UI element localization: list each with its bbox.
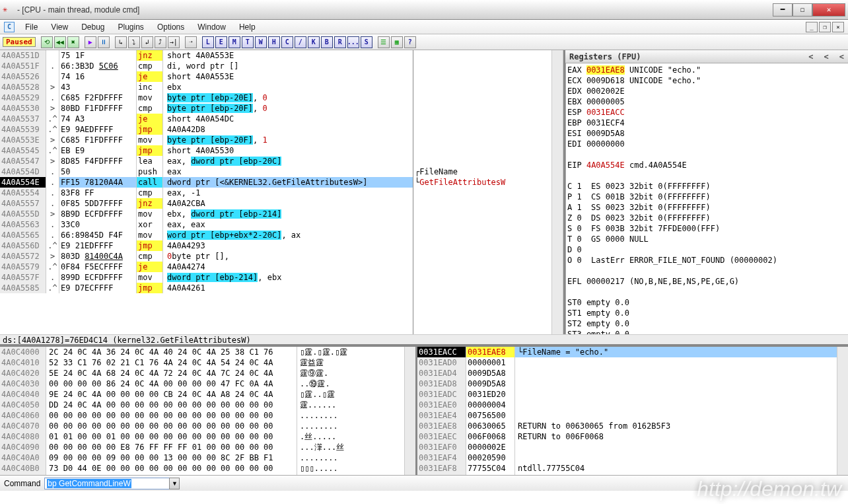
execute-till-return[interactable]: →|	[168, 36, 180, 48]
disasm-row[interactable]: 4A0A551D75 1Fjnzshort 4A0A553E	[0, 50, 413, 61]
step-over-button[interactable]: ⤵	[128, 36, 140, 48]
disasm-row[interactable]: 4A0A555D>8B9D ECFDFFFFmovebx, dword ptr …	[0, 209, 413, 219]
disasm-row[interactable]: 4A0A553E>C685 F1FDFFFFmovbyte ptr [ebp-2…	[0, 135, 413, 145]
command-dropdown[interactable]: ▼	[169, 478, 180, 489]
disasm-row[interactable]: 4A0A5530>80BD F1FDFFFFcmpbyte ptr [ebp-2…	[0, 103, 413, 114]
register-line[interactable]: EIP 4A0A554E cmd.4A0A554E	[567, 160, 847, 170]
mdi-restore[interactable]: ❐	[819, 22, 831, 32]
stack-row[interactable]: 0031EAEC006F0068RETURN to 006F0068	[417, 431, 837, 442]
registers-body[interactable]: EAX 0031EAE8 UNICODE "echo."ECX 0009D618…	[565, 63, 848, 334]
disasm-row[interactable]: 4A0A5572>803D 81400C4Acmp0byte ptr [],	[0, 251, 413, 262]
register-line[interactable]: C 1 ES 0023 32bit 0(FFFFFFFF)	[567, 181, 847, 192]
register-line[interactable]: EDI 00000000	[567, 139, 847, 149]
disasm-row[interactable]: 4A0A5554.83F8 FFcmpeax, -1	[0, 188, 413, 198]
mdi-minimize[interactable]: _	[806, 22, 818, 32]
disasm-row[interactable]: 4A0A5547>8D85 F4FDFFFFleaeax, dword ptr …	[0, 156, 413, 166]
toolbar-letter-/[interactable]: /	[295, 36, 306, 48]
help-button[interactable]: ?	[404, 36, 416, 48]
menu-file[interactable]: File	[18, 21, 44, 33]
toolbar-letter-M[interactable]: M	[229, 36, 240, 48]
hex-row[interactable]: 4A0C40002C 24 0C 4A 36 24 0C 4A 40 24 0C…	[0, 347, 404, 357]
register-line[interactable]: ST0 empty 0.0	[567, 297, 847, 308]
register-line[interactable]: Z 0 DS 0023 32bit 0(FFFFFFFF)	[567, 213, 847, 223]
maximize-button[interactable]: ☐	[793, 3, 812, 17]
disasm-row[interactable]: 4A0A5545.^EB E9jmpshort 4A0A5530	[0, 145, 413, 156]
stack-row[interactable]: 0031EACC0031EAE8└FileName = "echo."	[417, 347, 837, 357]
register-line[interactable]: EBP 0031ECF4	[567, 118, 847, 128]
hex-row[interactable]: 4A0C40B073 D0 44 0E 00 00 00 00 00 00 00…	[0, 463, 404, 474]
toolbar-letter-S[interactable]: S	[361, 36, 372, 48]
menu-view[interactable]: View	[44, 21, 75, 33]
stack-row[interactable]: 0031EAF00000002E	[417, 442, 837, 452]
menu-window[interactable]: Window	[191, 21, 232, 33]
menu-options[interactable]: Options	[151, 21, 191, 33]
step-into-button[interactable]: ↳	[115, 36, 127, 48]
register-line[interactable]: P 1 CS 001B 32bit 0(FFFFFFFF)	[567, 192, 847, 202]
toolbar-letter-E[interactable]: E	[215, 36, 227, 48]
stack-row[interactable]: 0031EAE800630065RETURN to 00630065 from …	[417, 421, 837, 431]
toolbar-letter-B[interactable]: B	[321, 36, 333, 48]
registers-title[interactable]: Registers (FPU) <<<	[565, 50, 848, 63]
cpu-icon[interactable]: C	[4, 22, 15, 32]
toolbar-letter-L[interactable]: L	[202, 36, 214, 48]
grid-button-2[interactable]: ▦	[391, 36, 403, 48]
disassembly-listing[interactable]: 4A0A551D75 1Fjnzshort 4A0A553E4A0A551F.6…	[0, 50, 563, 334]
stack-row[interactable]: 0031EAD80009D5A8	[417, 378, 837, 389]
register-line[interactable]	[567, 170, 847, 181]
disasm-row[interactable]: 4A0A5579.^0F84 F5ECFFFFje4A0A4274	[0, 262, 413, 272]
toolbar-letter-H[interactable]: H	[268, 36, 280, 48]
hex-row[interactable]: 4A0C409000 00 00 00 00 E8 76 FF FF FF 01…	[0, 442, 404, 452]
stack-row[interactable]: 0031EADC0031ED20	[417, 389, 837, 400]
hex-row[interactable]: 4A0C40409E 24 0C 4A 00 00 00 00 CB 24 0C…	[0, 389, 404, 400]
register-line[interactable]: EAX 0031EAE8 UNICODE "echo."	[567, 65, 847, 75]
register-line[interactable]: ST2 empty 0.0	[567, 318, 847, 329]
disasm-row[interactable]: 4A0A5529.C685 F2FDFFFFmovbyte ptr [ebp-2…	[0, 92, 413, 103]
hex-row[interactable]: 4A0C407000 00 00 00 00 00 00 00 00 00 00…	[0, 421, 404, 431]
toolbar-letter-T[interactable]: T	[242, 36, 254, 48]
stack-row[interactable]: 0031EAE000000004	[417, 400, 837, 410]
chevron-left-icon[interactable]: <	[839, 52, 844, 61]
stack-row[interactable]: 0031EAD000000001	[417, 357, 837, 368]
menu-debug[interactable]: Debug	[75, 21, 111, 33]
register-line[interactable]: ST1 empty 0.0	[567, 308, 847, 318]
disasm-row[interactable]: 4A0A5537.^74 A3jeshort 4A0A54DC	[0, 114, 413, 124]
disasm-row[interactable]: 4A0A5557.0F85 5DD7FFFFjnz4A0A2CBA	[0, 198, 413, 209]
hex-row[interactable]: 4A0C40A009 00 00 00 09 00 00 00 13 00 00…	[0, 452, 404, 463]
register-line[interactable]: D 0	[567, 244, 847, 255]
stop-button[interactable]: ✖	[67, 36, 79, 48]
disasm-row[interactable]: 4A0A552674 16jeshort 4A0A553E	[0, 71, 413, 82]
stack-pane[interactable]: 0031EACC0031EAE8└FileName = "echo."0031E…	[417, 347, 848, 485]
stack-scrollbar[interactable]	[837, 347, 848, 485]
register-line[interactable]: ESP 0031EACC	[567, 107, 847, 118]
disasm-row[interactable]: 4A0A5539.^E9 9AEDFFFFjmp4A0A42D8	[0, 124, 413, 135]
rewind-button[interactable]: ◀◀	[54, 36, 66, 48]
hex-row[interactable]: 4A0C408001 01 00 00 01 00 00 00 00 00 00…	[0, 431, 404, 442]
trace-over-button[interactable]: ⤴	[155, 36, 166, 48]
register-line[interactable]: A 1 SS 0023 32bit 0(FFFFFFFF)	[567, 202, 847, 213]
register-line[interactable]	[567, 149, 847, 160]
menu-help[interactable]: Help	[232, 21, 262, 33]
hex-row[interactable]: 4A0C4050DD 24 0C 4A 00 00 00 00 00 00 00…	[0, 400, 404, 410]
mdi-close[interactable]: ×	[832, 22, 844, 32]
hex-row[interactable]: 4A0C406000 00 00 00 00 00 00 00 00 00 00…	[0, 410, 404, 421]
disasm-row[interactable]: 4A0A5563.33C0xoreax, eax	[0, 219, 413, 230]
chevron-left-icon[interactable]: <	[808, 52, 813, 61]
minimize-button[interactable]: ━	[773, 3, 793, 17]
register-line[interactable]: O 0 LastErr ERROR_FILE_NOT_FOUND (000000…	[567, 255, 847, 266]
command-input[interactable]: bp GetCommandLineW	[44, 478, 170, 489]
disasm-row[interactable]: 4A0A5585.^E9 D7ECFFFFjmp4A0A4261	[0, 283, 413, 293]
register-line[interactable]: ST3 empty 0.0	[567, 329, 847, 334]
register-line[interactable]: EDX 0002002E	[567, 86, 847, 96]
register-line[interactable]: ECX 0009D618 UNICODE "echo."	[567, 75, 847, 86]
grid-button[interactable]: ☰	[378, 36, 390, 48]
close-button[interactable]: ✕	[812, 3, 845, 17]
disasm-row[interactable]: 4A0A554D.50pusheax	[0, 166, 413, 177]
disasm-row[interactable]: 4A0A557F.899D ECFDFFFFmovdword ptr [ebp-…	[0, 272, 413, 283]
stack-row[interactable]: 0031EAD40009D5A8	[417, 368, 837, 378]
chevron-left-icon[interactable]: <	[824, 52, 829, 61]
disasm-scrollbar[interactable]	[551, 50, 563, 334]
disasm-row[interactable]: 4A0A551F.66:3B3D 5C06cmpdi, word ptr []	[0, 61, 413, 71]
stack-row[interactable]: 0031EAF400020590	[417, 452, 837, 463]
toolbar-letter-W[interactable]: W	[255, 36, 267, 48]
toolbar-letter-C[interactable]: C	[281, 36, 293, 48]
